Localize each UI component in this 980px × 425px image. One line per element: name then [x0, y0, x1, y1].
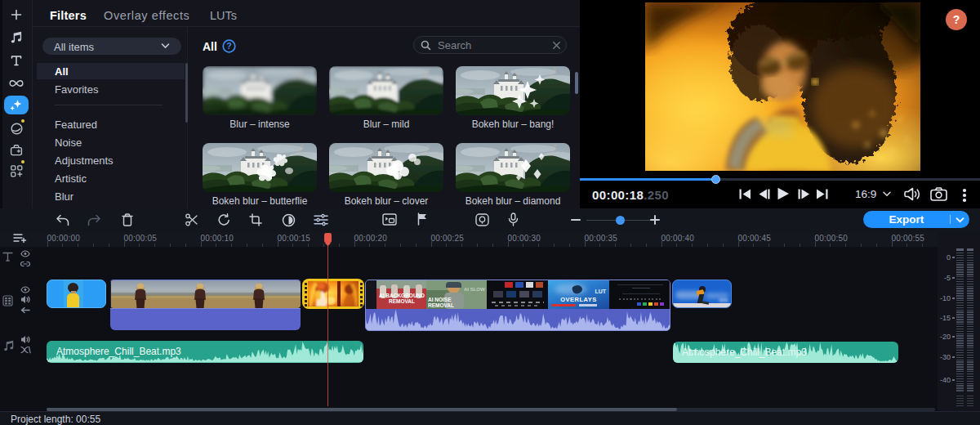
- svg-text:?: ?: [226, 41, 231, 51]
